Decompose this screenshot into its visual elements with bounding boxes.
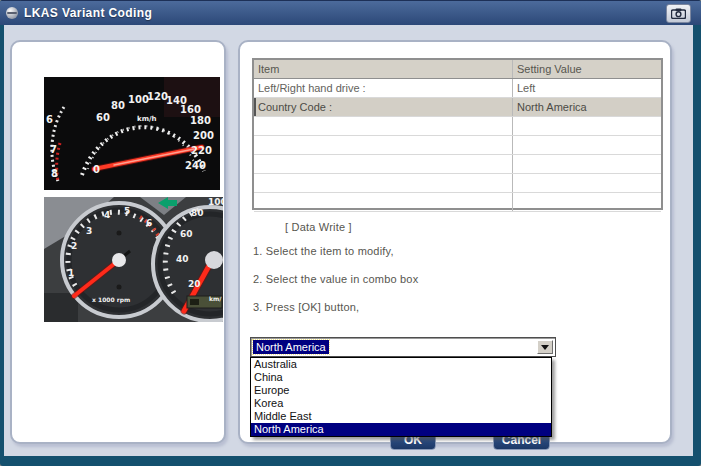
- instruction-step-3: 3. Press [OK] button,: [253, 301, 359, 313]
- item-cell: [254, 155, 513, 173]
- svg-text:60: 60: [96, 112, 110, 123]
- camera-glyph: [671, 8, 686, 19]
- svg-text:8: 8: [51, 168, 58, 179]
- value-cell: North America: [513, 98, 661, 116]
- table-header-row: Item Setting Value: [254, 60, 661, 79]
- svg-text:80: 80: [191, 208, 204, 218]
- svg-text:5: 5: [124, 206, 130, 216]
- svg-text:240: 240: [185, 160, 206, 171]
- tachometer-photo: 123456x 1000 rpm20406080100km/: [44, 197, 223, 322]
- variant-table: Item Setting Value Left/Right hand drive…: [252, 58, 663, 210]
- svg-text:x 1000 rpm: x 1000 rpm: [92, 296, 130, 304]
- svg-text:160: 160: [180, 104, 201, 115]
- table-row-empty[interactable]: [254, 117, 661, 136]
- svg-text:180: 180: [190, 115, 211, 126]
- table-row[interactable]: Left/Right hand drive : Left: [254, 79, 661, 98]
- instruction-step-2: 2. Select the value in combo box: [253, 273, 418, 285]
- instruction-step-1: 1. Select the item to modify,: [253, 245, 394, 257]
- speedometer-photo: 60801001201401601802002202400km/h678: [44, 77, 220, 190]
- table-row-selected[interactable]: Country Code : North America: [254, 98, 661, 117]
- combobox-value: North America: [253, 340, 329, 354]
- item-cell: Left/Right hand drive :: [254, 79, 513, 97]
- svg-text:40: 40: [176, 254, 189, 264]
- svg-text:4: 4: [104, 210, 110, 220]
- value-cell: [513, 174, 661, 192]
- window-title: LKAS Variant Coding: [24, 6, 152, 20]
- svg-text:2: 2: [71, 241, 77, 251]
- country-dropdown-list[interactable]: AustraliaChinaEuropeKoreaMiddle EastNort…: [250, 357, 552, 437]
- data-write-heading: [ Data Write ]: [285, 221, 352, 233]
- table-row-empty[interactable]: [254, 193, 661, 212]
- gauge-photos-panel: 60801001201401601802002202400km/h678: [10, 40, 226, 444]
- column-header-setting-value: Setting Value: [513, 60, 661, 78]
- camera-icon[interactable]: [666, 4, 691, 23]
- svg-text:km/h: km/h: [137, 115, 157, 123]
- svg-text:100: 100: [208, 197, 223, 207]
- svg-text:60: 60: [180, 229, 193, 239]
- dialog-body: 60801001201401601802002202400km/h678: [4, 25, 693, 456]
- svg-text:km/: km/: [209, 295, 222, 302]
- item-cell: [254, 117, 513, 135]
- table-row-empty[interactable]: [254, 155, 661, 174]
- svg-text:20: 20: [188, 279, 201, 289]
- dropdown-option[interactable]: North America: [251, 423, 551, 436]
- lkas-variant-coding-window: LKAS Variant Coding: [0, 0, 701, 466]
- svg-text:80: 80: [111, 100, 125, 111]
- svg-text:6: 6: [146, 218, 152, 228]
- dropdown-option[interactable]: China: [251, 371, 551, 384]
- value-cell: [513, 193, 661, 211]
- svg-text:200: 200: [193, 130, 214, 141]
- column-header-item: Item: [254, 60, 513, 78]
- item-cell: Country Code :: [254, 98, 513, 116]
- svg-text:120: 120: [147, 91, 168, 102]
- table-row-empty[interactable]: [254, 136, 661, 155]
- svg-text:3: 3: [86, 226, 92, 236]
- chevron-down-icon[interactable]: [537, 340, 553, 354]
- item-cell: [254, 193, 513, 211]
- dropdown-option[interactable]: Middle East: [251, 410, 551, 423]
- svg-text:7: 7: [50, 144, 57, 155]
- svg-text:220: 220: [191, 145, 212, 156]
- dropdown-option[interactable]: Australia: [251, 358, 551, 371]
- value-cell: [513, 155, 661, 173]
- value-cell: [513, 117, 661, 135]
- table-row-empty[interactable]: [254, 174, 661, 193]
- country-combobox[interactable]: North America: [250, 337, 556, 357]
- dropdown-option[interactable]: Korea: [251, 397, 551, 410]
- item-cell: [254, 174, 513, 192]
- value-cell: Left: [513, 79, 661, 97]
- svg-text:6: 6: [46, 114, 53, 125]
- titlebar: LKAS Variant Coding: [0, 0, 701, 25]
- svg-text:0: 0: [93, 164, 100, 175]
- svg-text:1: 1: [68, 268, 74, 278]
- app-icon: [6, 7, 18, 19]
- dropdown-option[interactable]: Europe: [251, 384, 551, 397]
- value-cell: [513, 136, 661, 154]
- svg-text:100: 100: [128, 94, 149, 105]
- item-cell: [254, 136, 513, 154]
